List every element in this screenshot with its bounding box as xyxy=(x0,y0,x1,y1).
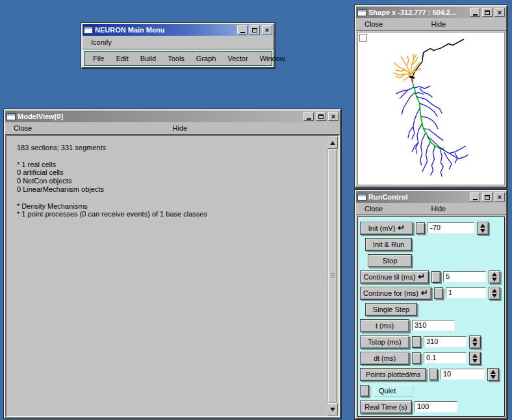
morphology-path xyxy=(431,146,435,175)
continue-til-ms-checkbox[interactable] xyxy=(431,271,441,283)
continue-til-ms-field[interactable]: 5 xyxy=(443,271,486,282)
real-time-s-field[interactable]: 100 xyxy=(415,401,457,412)
init-mv-button[interactable]: Init (mV)↵ xyxy=(360,222,413,235)
points-plotted-ms-spinner[interactable] xyxy=(487,368,499,381)
spinner-down-icon[interactable] xyxy=(472,343,478,347)
vertical-scrollbar[interactable] xyxy=(327,137,338,415)
maximize-icon xyxy=(318,114,324,119)
modelview-text-line: * Density Mechanisms xyxy=(17,202,314,211)
spinner-up-icon[interactable] xyxy=(472,354,478,358)
dt-ms-spinner[interactable] xyxy=(469,352,481,365)
minimize-button[interactable] xyxy=(303,112,314,121)
hide-menu-item[interactable]: Hide xyxy=(431,20,446,28)
runcontrol-row: Single Step xyxy=(360,301,502,317)
close-icon: × xyxy=(498,9,502,16)
points-plotted-ms-button[interactable]: Points plotted/ms xyxy=(360,368,426,381)
titlebar-neuron-main-menu[interactable]: NEURON Main Menu × xyxy=(83,24,274,36)
quiet-checkbox[interactable] xyxy=(360,385,369,397)
continue-for-ms-spinner[interactable] xyxy=(489,287,500,300)
close-button[interactable]: × xyxy=(494,8,505,17)
minimize-button[interactable] xyxy=(237,25,248,34)
points-plotted-ms-field[interactable]: 10 xyxy=(441,369,485,380)
runcontrol-row: Init & Run xyxy=(360,236,502,252)
main-menu-highlight-frame: FileEditBuildToolsGraphVectorWindow xyxy=(83,49,274,67)
morphology-path xyxy=(420,103,438,117)
titlebar-modelview[interactable]: ModelView[0] × xyxy=(5,111,340,122)
menu-item-vector[interactable]: Vector xyxy=(222,55,253,62)
close-menu-item[interactable]: Close xyxy=(14,124,32,132)
window-title: RunControl xyxy=(368,193,468,201)
modelview-text-line: 183 sections; 331 segments xyxy=(17,144,314,152)
close-menu-item[interactable]: Close xyxy=(365,20,383,28)
spinner-down-icon[interactable] xyxy=(491,375,496,379)
titlebar-runcontrol[interactable]: RunControl × xyxy=(356,191,506,203)
points-plotted-ms-checkbox[interactable] xyxy=(429,369,438,380)
tstop-ms-field[interactable]: 310 xyxy=(424,336,467,347)
spinner-up-icon[interactable] xyxy=(472,337,478,341)
dt-ms-field[interactable]: 0.1 xyxy=(424,352,467,363)
init-mv-field[interactable]: -70 xyxy=(428,222,474,233)
spinner-up-icon[interactable] xyxy=(492,289,497,293)
hide-menu-item[interactable]: Hide xyxy=(173,124,188,132)
spinner-down-icon[interactable] xyxy=(492,294,497,298)
single-step-button[interactable]: Single Step xyxy=(365,303,417,316)
iconify-menu-item[interactable]: Iconify xyxy=(83,36,274,49)
morphology-path xyxy=(407,56,409,66)
close-menu-item[interactable]: Close xyxy=(365,205,383,213)
t-ms-field[interactable]: 310 xyxy=(412,320,455,331)
spinner-down-icon[interactable] xyxy=(492,278,497,282)
continue-for-ms-field[interactable]: 1 xyxy=(446,287,486,298)
modelview-content: 183 sections; 331 segments * 1 real cell… xyxy=(5,135,340,417)
shape-plot-canvas[interactable] xyxy=(357,32,505,185)
return-arrow-icon: ↵ xyxy=(398,224,405,232)
runcontrol-row: Real Time (s)100 xyxy=(360,399,502,415)
menu-item-build[interactable]: Build xyxy=(134,55,162,62)
menu-item-file[interactable]: File xyxy=(87,55,110,62)
spinner-down-icon[interactable] xyxy=(472,359,478,363)
modelview-text-line: 0 NetCon objects xyxy=(17,177,314,185)
continue-til-ms-button[interactable]: Continue til (ms)↵ xyxy=(360,270,429,283)
tstop-ms-checkbox[interactable] xyxy=(412,336,421,348)
menu-item-graph[interactable]: Graph xyxy=(190,55,222,62)
minimize-button[interactable] xyxy=(470,8,480,17)
close-button[interactable]: × xyxy=(494,192,505,202)
maximize-button[interactable] xyxy=(316,112,326,121)
modelview-text-line: * 1 real cells xyxy=(17,161,314,169)
close-button[interactable]: × xyxy=(328,112,339,121)
spinner-up-icon[interactable] xyxy=(491,370,496,374)
continue-til-ms-spinner[interactable] xyxy=(489,270,500,283)
init-run-button[interactable]: Init & Run xyxy=(365,238,412,251)
close-button[interactable]: × xyxy=(262,25,272,34)
shape-menu-box[interactable] xyxy=(359,34,367,42)
minimize-button[interactable] xyxy=(470,192,480,202)
real-time-s-button[interactable]: Real Time (s) xyxy=(360,400,412,413)
modelview-text: 183 sections; 331 segments * 1 real cell… xyxy=(6,136,324,226)
scrollbar-thumb[interactable] xyxy=(328,150,337,402)
spinner-up-icon[interactable] xyxy=(492,272,497,276)
stop-button[interactable]: Stop xyxy=(368,254,412,267)
modelview-menubar: Close Hide xyxy=(5,122,340,135)
menu-item-tools[interactable]: Tools xyxy=(162,55,190,62)
scroll-up-button[interactable] xyxy=(327,137,338,149)
continue-for-ms-button[interactable]: Continue for (ms)↵ xyxy=(360,287,431,300)
morphology-path xyxy=(420,88,433,97)
spinner-down-icon[interactable] xyxy=(480,229,485,233)
maximize-button[interactable] xyxy=(250,25,260,34)
tstop-ms-button[interactable]: Tstop (ms) xyxy=(360,335,409,348)
menu-item-window[interactable]: Window xyxy=(254,55,291,62)
hide-menu-item[interactable]: Hide xyxy=(431,205,446,213)
morphology-path xyxy=(422,142,431,172)
scroll-down-button[interactable] xyxy=(327,403,338,415)
menu-item-edit[interactable]: Edit xyxy=(110,55,134,62)
continue-for-ms-checkbox[interactable] xyxy=(434,287,443,299)
maximize-button[interactable] xyxy=(482,8,493,17)
init-mv-checkbox[interactable] xyxy=(416,222,425,234)
init-mv-spinner[interactable] xyxy=(477,222,489,235)
titlebar-shape[interactable]: Shape x -312.777 : 504.2... × xyxy=(356,7,506,18)
dt-ms-checkbox[interactable] xyxy=(412,352,421,364)
t-ms-button[interactable]: t (ms) xyxy=(360,319,409,332)
maximize-button[interactable] xyxy=(482,192,493,202)
tstop-ms-spinner[interactable] xyxy=(469,335,481,348)
spinner-up-icon[interactable] xyxy=(480,224,485,228)
dt-ms-button[interactable]: dt (ms) xyxy=(360,352,409,365)
